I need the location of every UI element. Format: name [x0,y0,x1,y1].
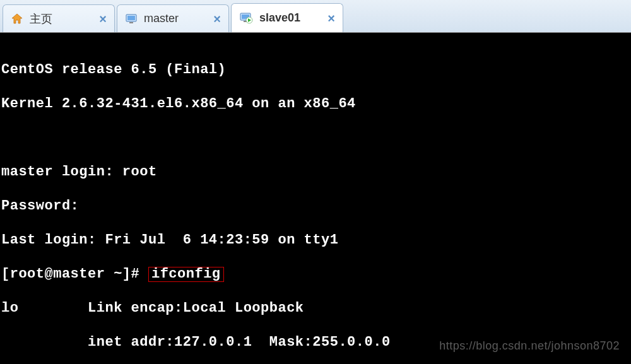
terminal-prompt-line: [root@master ~]# ifconfig [1,266,631,283]
close-icon[interactable]: × [99,13,107,25]
terminal-line: master login: root [1,163,631,180]
tab-label: 主页 [30,11,91,26]
tab-home[interactable]: 主页 × [3,4,115,32]
terminal-line: Password: [1,197,631,214]
monitor-play-icon [239,12,253,25]
tab-bar: 主页 × master × slave01 × [0,0,631,33]
close-icon[interactable]: × [213,13,221,25]
terminal-line: Last login: Fri Jul 6 14:23:59 on tty1 [1,232,631,249]
watermark: https://blog.csdn.net/johnson8702 [439,339,620,353]
monitor-icon [125,13,138,25]
svg-rect-2 [129,22,133,23]
home-icon [11,13,23,25]
tab-label: master [144,12,206,25]
prompt-text: [root@master ~]# [1,266,148,282]
command-highlight: ifconfig [148,267,224,282]
tab-label: slave01 [259,11,320,25]
terminal-line [1,129,631,146]
terminal-output[interactable]: CentOS release 6.5 (Final) Kernel 2.6.32… [0,33,631,364]
terminal-line: CentOS release 6.5 (Final) [1,61,631,78]
terminal-line: lo Link encap:Local Loopback [1,300,631,317]
svg-rect-1 [127,16,135,20]
tab-slave01[interactable]: slave01 × [231,3,343,32]
close-icon[interactable]: × [327,12,335,25]
terminal-line: Kernel 2.6.32-431.el6.x86_64 on an x86_6… [1,95,631,112]
tab-master[interactable]: master × [117,4,229,32]
